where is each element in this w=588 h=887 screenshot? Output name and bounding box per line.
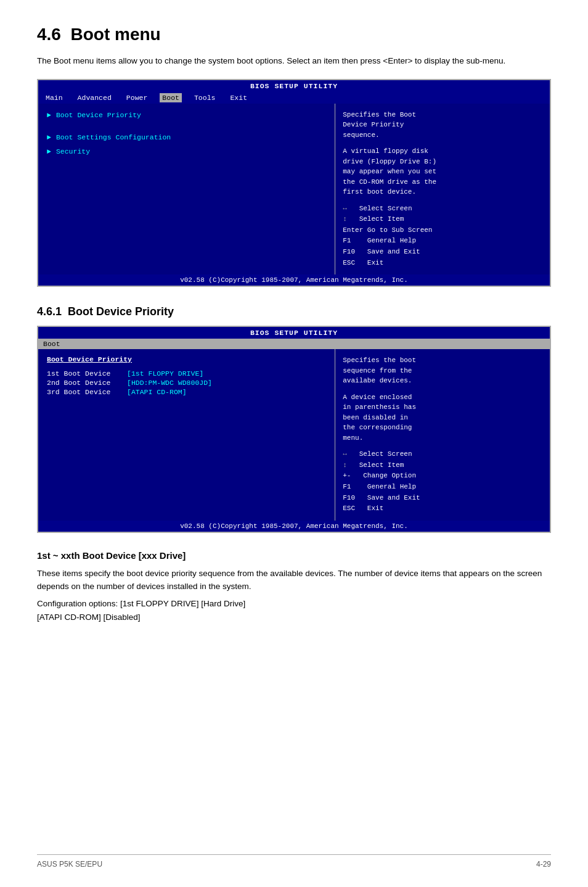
key2-row-4: F1 General Help <box>343 482 542 493</box>
bios-device-value-1: [1st FLOPPY DRIVE] <box>127 369 203 377</box>
nav-boot: Boot <box>160 93 182 102</box>
nav-tools: Tools <box>192 93 218 102</box>
section-title: 4.6 Boot menu <box>37 25 551 44</box>
section-heading: 4.6 Boot menu <box>37 25 551 44</box>
bios-keys-1: ↔ Select Screen ↕ Select Item Enter Go t… <box>343 204 542 269</box>
bios-item-boot-settings: Boot Settings Configuration <box>56 133 171 141</box>
bios-menu-item-3: ► Security <box>47 147 326 155</box>
bios-nav-1: Main Advanced Power Boot Tools Exit <box>38 92 550 104</box>
nav-advanced: Advanced <box>75 93 114 102</box>
bios-content-2: Boot Device Priority 1st Boot Device [1s… <box>38 349 550 521</box>
bios-item-security: Security <box>56 147 90 155</box>
page-footer: ASUS P5K SE/EPU 4-29 <box>37 854 551 868</box>
bios-right-desc-2: A virtual floppy diskdrive (Floppy Drive… <box>343 146 542 197</box>
bios-footer-1: v02.58 (C)Copyright 1985-2007, American … <box>38 274 550 286</box>
key-row-1: ↔ Select Screen <box>343 204 542 215</box>
nav2-boot: Boot <box>43 340 60 348</box>
bios-device-label-1: 1st Boot Device <box>47 369 127 377</box>
bios-keys-2: ↔ Select Screen ↕ Select Item +- Change … <box>343 449 542 514</box>
bios-right2-desc-2: A device enclosedin parenthesis hasbeen … <box>343 392 542 444</box>
nav-main: Main <box>43 93 65 102</box>
key2-row-1: ↔ Select Screen <box>343 449 542 460</box>
bios-header-2: BIOS SETUP UTILITY <box>38 327 550 339</box>
intro-paragraph: The Boot menu items allow you to change … <box>37 54 551 68</box>
key-row-4: F1 General Help <box>343 236 542 247</box>
nav-exit: Exit <box>227 93 250 102</box>
bios-device-row-2: 2nd Boot Device [HDD:PM-WDC WD800JD] <box>47 379 326 387</box>
bios-section-label: Boot Device Priority <box>47 355 326 363</box>
footer-right: 4-29 <box>536 860 551 868</box>
subsection-title: 4.6.1 Boot Device Priority <box>37 305 551 318</box>
bios-device-label-3: 3rd Boot Device <box>47 388 127 396</box>
bios-right-panel-2: Specifies the bootsequence from theavail… <box>335 349 550 521</box>
bios-item-boot-priority: Boot Device Priority <box>56 111 141 119</box>
key2-row-3: +- Change Option <box>343 471 542 482</box>
bios-device-row-1: 1st Boot Device [1st FLOPPY DRIVE] <box>47 369 326 377</box>
arrow-icon-1: ► <box>47 111 51 119</box>
bios-screenshot-1: BIOS SETUP UTILITY Main Advanced Power B… <box>37 79 551 287</box>
key2-row-6: ESC Exit <box>343 503 542 514</box>
key2-row-2: ↕ Select Item <box>343 460 542 471</box>
key-row-6: ESC Exit <box>343 258 542 269</box>
bios-left-panel-2: Boot Device Priority 1st Boot Device [1s… <box>38 349 335 521</box>
bios-device-label-2: 2nd Boot Device <box>47 379 127 387</box>
bios-device-value-2: [HDD:PM-WDC WD800JD] <box>127 379 212 387</box>
subsection-heading: 4.6.1 Boot Device Priority <box>37 305 551 318</box>
bios-right2-desc-1: Specifies the bootsequence from theavail… <box>343 355 542 386</box>
nav-power: Power <box>124 93 150 102</box>
bios-menu-item-1: ► Boot Device Priority <box>47 111 326 119</box>
bios-left-panel-1: ► Boot Device Priority ► Boot Settings C… <box>38 104 335 275</box>
key-row-5: F10 Save and Exit <box>343 247 542 258</box>
key-row-2: ↕ Select Item <box>343 214 542 225</box>
bios-right-panel-1: Specifies the BootDevice Prioritysequenc… <box>335 104 550 275</box>
bios-header-1: BIOS SETUP UTILITY <box>38 80 550 92</box>
body-paragraph-1: These items specify the boot device prio… <box>37 567 551 593</box>
bios-screenshot-2: BIOS SETUP UTILITY Boot Boot Device Prio… <box>37 326 551 533</box>
bios-nav-2: Boot <box>38 339 550 349</box>
bios-content-1: ► Boot Device Priority ► Boot Settings C… <box>38 104 550 275</box>
bios-footer-2: v02.58 (C)Copyright 1985-2007, American … <box>38 521 550 532</box>
bios-device-list: 1st Boot Device [1st FLOPPY DRIVE] 2nd B… <box>47 369 326 396</box>
config-options-2: [ATAPI CD-ROM] [Disabled] <box>37 611 551 624</box>
arrow-icon-2: ► <box>47 133 51 141</box>
bios-device-value-3: [ATAPI CD-ROM] <box>127 388 187 396</box>
arrow-icon-3: ► <box>47 147 51 155</box>
config-options-1: Configuration options: [1st FLOPPY DRIVE… <box>37 597 551 611</box>
footer-left: ASUS P5K SE/EPU <box>37 860 102 868</box>
key2-row-5: F10 Save and Exit <box>343 493 542 504</box>
key-row-3: Enter Go to Sub Screen <box>343 225 542 236</box>
bios-right-desc-1: Specifies the BootDevice Prioritysequenc… <box>343 110 542 141</box>
bios-menu-item-2: ► Boot Settings Configuration <box>47 133 326 141</box>
bios-device-row-3: 3rd Boot Device [ATAPI CD-ROM] <box>47 388 326 396</box>
subsubsection-title: 1st ~ xxth Boot Device [xxx Drive] <box>37 550 551 561</box>
